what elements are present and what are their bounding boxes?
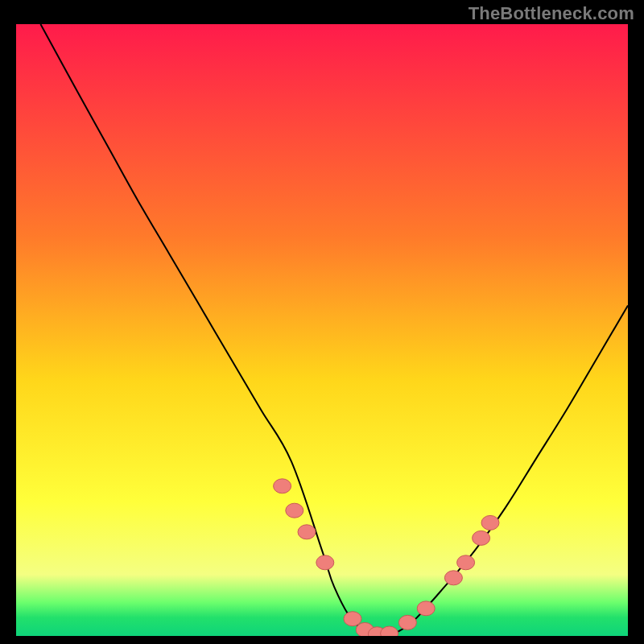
- data-marker: [457, 555, 475, 570]
- data-marker: [286, 503, 303, 518]
- data-marker: [481, 515, 499, 530]
- data-marker: [444, 571, 462, 585]
- data-marker: [298, 525, 316, 539]
- data-marker: [473, 530, 490, 545]
- data-marker: [316, 555, 334, 570]
- watermark-text: TheBottleneck.com: [469, 3, 634, 24]
- gradient-background: [16, 24, 628, 636]
- bottleneck-chart: [16, 24, 628, 636]
- data-marker: [398, 615, 416, 630]
- chart-container: TheBottleneck.com: [0, 0, 644, 644]
- data-marker: [417, 601, 435, 616]
- data-marker: [344, 612, 361, 626]
- data-marker: [274, 479, 291, 493]
